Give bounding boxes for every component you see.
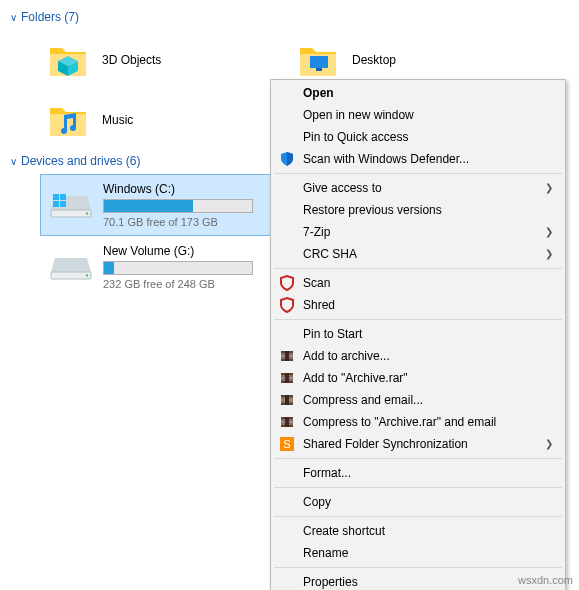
menu-item[interactable]: Open in new window [273,104,563,126]
section-title: Devices and drives (6) [21,154,140,168]
menu-item-label: Pin to Quick access [303,130,408,144]
folder-icon [44,96,92,144]
menu-separator [274,173,562,174]
menu-item[interactable]: Restore previous versions [273,199,563,221]
menu-item-label: Give access to [303,181,382,195]
menu-separator [274,516,562,517]
chevron-right-icon: ❯ [545,226,553,237]
winrar-icon [278,413,296,431]
section-title: Folders (7) [21,10,79,24]
mcafee-icon [278,274,296,292]
menu-item[interactable]: Add to archive... [273,345,563,367]
svg-rect-32 [285,417,289,427]
menu-item[interactable]: Shred [273,294,563,316]
svg-rect-7 [53,194,59,200]
folder-item[interactable]: Music [40,90,290,150]
menu-item-label: Copy [303,495,331,509]
menu-item-label: Properties [303,575,358,589]
sync-icon: S [278,435,296,453]
context-menu: OpenOpen in new windowPin to Quick acces… [270,79,566,590]
svg-rect-4 [316,68,322,71]
svg-rect-3 [310,56,328,68]
folders-section-header[interactable]: ∨ Folders (7) [10,6,573,30]
drive-name: New Volume (G:) [103,244,253,258]
menu-item-label: Compress to "Archive.rar" and email [303,415,496,429]
svg-rect-17 [285,351,289,361]
chevron-right-icon: ❯ [545,248,553,259]
menu-item-label: Scan [303,276,330,290]
menu-item[interactable]: Format... [273,462,563,484]
watermark: wsxdn.com [518,574,573,586]
menu-item[interactable]: Create shortcut [273,520,563,542]
folder-label: Desktop [352,53,396,67]
menu-item-label: Compress and email... [303,393,423,407]
svg-rect-10 [60,201,66,207]
folder-icon [44,36,92,84]
folder-label: 3D Objects [102,53,161,67]
drive-name: Windows (C:) [103,182,253,196]
drive-usage-bar [103,199,253,213]
menu-item[interactable]: Add to "Archive.rar" [273,367,563,389]
menu-item[interactable]: Pin to Quick access [273,126,563,148]
defender-icon [278,150,296,168]
menu-item-label: Pin to Start [303,327,362,341]
drive-info: Windows (C:)70.1 GB free of 173 GB [103,182,253,228]
menu-item[interactable]: CRC SHA❯ [273,243,563,265]
svg-rect-22 [285,373,289,383]
svg-rect-8 [60,194,66,200]
menu-item-label: Open in new window [303,108,414,122]
menu-separator [274,567,562,568]
drive-usage-bar [103,261,253,275]
menu-item[interactable]: SShared Folder Synchronization❯ [273,433,563,455]
svg-text:S: S [283,438,290,450]
menu-item[interactable]: Pin to Start [273,323,563,345]
svg-point-6 [86,212,88,214]
menu-separator [274,319,562,320]
menu-item[interactable]: Open [273,82,563,104]
drive-free-text: 232 GB free of 248 GB [103,278,253,290]
menu-separator [274,487,562,488]
menu-item[interactable]: Compress to "Archive.rar" and email [273,411,563,433]
svg-point-12 [86,274,88,276]
drive-item[interactable]: Windows (C:)70.1 GB free of 173 GB [40,174,275,236]
menu-item[interactable]: Scan with Windows Defender... [273,148,563,170]
drive-item[interactable]: New Volume (G:)232 GB free of 248 GB [40,236,275,298]
mcafee-icon [278,296,296,314]
winrar-icon [278,391,296,409]
menu-item[interactable]: Rename [273,542,563,564]
menu-item-label: 7-Zip [303,225,330,239]
menu-item-label: Open [303,86,334,100]
menu-item[interactable]: Give access to❯ [273,177,563,199]
chevron-right-icon: ❯ [545,182,553,193]
menu-item-label: Format... [303,466,351,480]
menu-item-label: Shared Folder Synchronization [303,437,468,451]
menu-item-label: Add to archive... [303,349,390,363]
menu-separator [274,268,562,269]
menu-item[interactable]: Copy [273,491,563,513]
menu-item-label: Shred [303,298,335,312]
menu-item-label: CRC SHA [303,247,357,261]
menu-separator [274,458,562,459]
chevron-down-icon: ∨ [10,12,17,23]
svg-rect-27 [285,395,289,405]
chevron-down-icon: ∨ [10,156,17,167]
svg-rect-9 [53,201,59,207]
menu-item-label: Rename [303,546,348,560]
winrar-icon [278,347,296,365]
folder-icon [294,36,342,84]
chevron-right-icon: ❯ [545,438,553,449]
menu-item-label: Restore previous versions [303,203,442,217]
drive-info: New Volume (G:)232 GB free of 248 GB [103,244,253,290]
drive-icon [47,181,95,229]
menu-item-label: Add to "Archive.rar" [303,371,408,385]
drive-free-text: 70.1 GB free of 173 GB [103,216,253,228]
menu-item[interactable]: 7-Zip❯ [273,221,563,243]
svg-rect-5 [51,210,91,217]
menu-item[interactable]: Compress and email... [273,389,563,411]
folder-label: Music [102,113,133,127]
svg-rect-11 [51,272,91,279]
drive-icon [47,243,95,291]
winrar-icon [278,369,296,387]
folder-item[interactable]: 3D Objects [40,30,290,90]
menu-item[interactable]: Scan [273,272,563,294]
